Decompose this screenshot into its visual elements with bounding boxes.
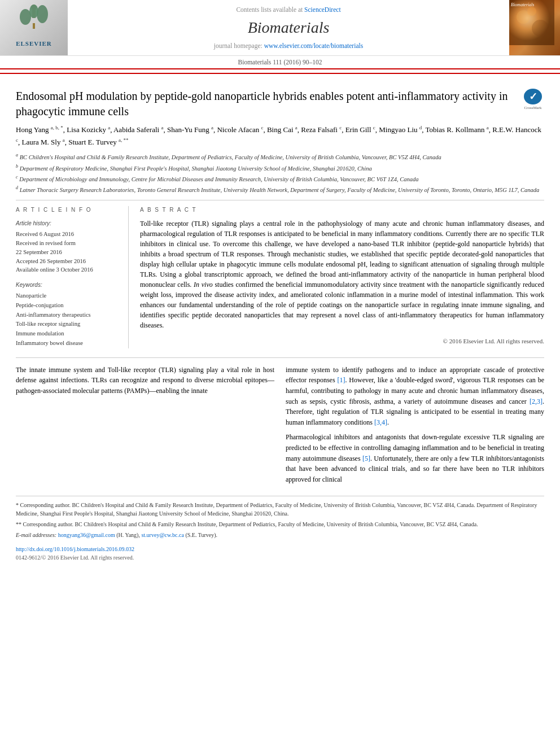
- body-text-section: The innate immune system and Toll-like r…: [16, 357, 544, 490]
- keywords-section: Keywords: Nanoparticle Peptide-conjugati…: [16, 281, 120, 348]
- doi-link[interactable]: http://dx.doi.org/10.1016/j.biomaterials…: [16, 546, 134, 552]
- info-abstract-section: A R T I C L E I N F O Article history: R…: [16, 206, 544, 348]
- article-title: Endosomal pH modulation by peptide-gold …: [16, 89, 522, 119]
- article-info-col: A R T I C L E I N F O Article history: R…: [16, 206, 129, 348]
- keyword-1: Nanoparticle: [16, 291, 120, 301]
- footnote-star2: ** Corresponding author. BC Children's H…: [16, 520, 544, 528]
- elsevier-logo: ELSEVIER: [0, 0, 68, 55]
- ref-3-4-link[interactable]: [3,4]: [374, 418, 387, 426]
- svg-point-8: [532, 20, 549, 37]
- copyright: © 2016 Elsevier Ltd. All rights reserved…: [140, 335, 544, 346]
- affiliations: a BC Children's Hospital and Child & Fam…: [16, 152, 544, 194]
- affiliation-a: a BC Children's Hospital and Child & Fam…: [16, 152, 544, 161]
- footnote-emails: E-mail addresses: hongyang36@gmail.com (…: [16, 531, 544, 539]
- divider-1: [16, 200, 544, 200]
- abstract-heading: A B S T R A C T: [140, 206, 544, 214]
- keywords-label: Keywords:: [16, 281, 120, 289]
- crossmark-label: CrossMark: [524, 106, 541, 111]
- date-available: Available online 3 October 2016: [16, 265, 120, 274]
- date-received-revised: Received in revised form22 September 201…: [16, 239, 120, 257]
- main-content: Endosomal pH modulation by peptide-gold …: [0, 74, 560, 571]
- ref-5-link[interactable]: [5]: [362, 455, 370, 462]
- date-received: Received 6 August 2016: [16, 230, 120, 239]
- history-label: Article history:: [16, 220, 120, 228]
- svg-point-9: [527, 7, 536, 16]
- science-direct-line: Contents lists available at ScienceDirec…: [236, 5, 340, 14]
- crossmark-icon: ✓: [524, 89, 542, 104]
- affiliation-c: c Department of Microbiology and Immunol…: [16, 174, 544, 184]
- body-col-right: immune system to identify pathogens and …: [286, 365, 544, 490]
- journal-homepage-link[interactable]: www.elsevier.com/locate/biomaterials: [264, 42, 364, 49]
- thumbnail-label: Biomaterials: [511, 2, 534, 8]
- affiliation-b: b Department of Respiratory Medicine, Sh…: [16, 163, 544, 173]
- body-col-left: The innate immune system and Toll-like r…: [16, 365, 274, 490]
- ref-2-3-link[interactable]: [2,3]: [530, 397, 542, 405]
- affiliation-d: d Latner Thoracic Surgery Research Labor…: [16, 185, 544, 194]
- sciencedirect-link[interactable]: ScienceDirect: [304, 6, 341, 13]
- keyword-4: Toll-like receptor signaling: [16, 320, 120, 329]
- header-top: ELSEVIER Contents lists available at Sci…: [0, 0, 560, 56]
- doi-line: http://dx.doi.org/10.1016/j.biomaterials…: [16, 545, 544, 553]
- journal-citation: Biomaterials 111 (2016) 90–102: [0, 56, 560, 69]
- elsevier-text: ELSEVIER: [16, 40, 52, 48]
- body-two-col: The innate immune system and Toll-like r…: [16, 365, 544, 490]
- svg-point-3: [37, 5, 48, 23]
- svg-point-4: [29, 5, 38, 18]
- body-para-1-right: immune system to identify pathogens and …: [286, 365, 544, 428]
- date-accepted: Accepted 26 September 2016: [16, 257, 120, 266]
- body-para-1-left: The innate immune system and Toll-like r…: [16, 365, 274, 396]
- abstract-text: Toll-like receptor (TLR) signaling plays…: [140, 219, 544, 330]
- svg-rect-5: [33, 23, 35, 29]
- journal-thumbnail: Biomaterials: [509, 0, 560, 55]
- page-header: ELSEVIER Contents lists available at Sci…: [0, 0, 560, 74]
- abstract-col: A B S T R A C T Toll-like receptor (TLR)…: [140, 206, 544, 348]
- footnote-area: * Corresponding author. BC Children's Ho…: [16, 496, 544, 539]
- svg-point-2: [20, 9, 31, 25]
- keyword-3: Anti-inflammatory therapeutics: [16, 311, 120, 320]
- article-title-section: Endosomal pH modulation by peptide-gold …: [16, 83, 544, 124]
- keyword-2: Peptide-conjugation: [16, 301, 120, 311]
- body-para-2-right: Pharmacological inhibitors and antagonis…: [286, 432, 544, 484]
- journal-title: Biomaterials: [248, 16, 330, 38]
- keyword-5: Immune modulation: [16, 329, 120, 339]
- page-footer: http://dx.doi.org/10.1016/j.biomaterials…: [16, 545, 544, 562]
- keyword-6: Inflammatory bowel disease: [16, 339, 120, 348]
- email-link-1[interactable]: hongyang36@gmail.com: [58, 532, 115, 538]
- footnote-star1: * Corresponding author. BC Children's Ho…: [16, 501, 544, 518]
- crossmark: ✓ CrossMark: [522, 89, 544, 111]
- email-link-2[interactable]: st.urvey@cw.bc.ca: [141, 532, 183, 538]
- ref-1-link[interactable]: [1]: [337, 376, 345, 384]
- header-center: Contents lists available at ScienceDirec…: [68, 0, 509, 55]
- issn-line: 0142-9612/© 2016 Elsevier Ltd. All right…: [16, 553, 544, 562]
- article-info-heading: A R T I C L E I N F O: [16, 206, 120, 214]
- authors: Hong Yang a, b, *, Lisa Kozicky a, Aabid…: [16, 124, 544, 148]
- journal-homepage: journal homepage: www.elsevier.com/locat…: [214, 41, 363, 50]
